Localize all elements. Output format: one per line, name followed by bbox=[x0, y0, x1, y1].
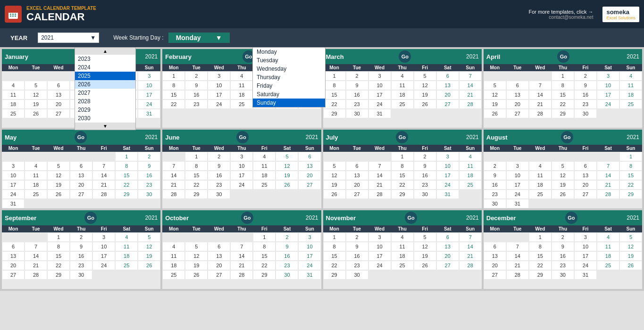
day-cell[interactable]: 13 bbox=[346, 171, 368, 180]
day-cell[interactable] bbox=[2, 232, 25, 242]
day-cell[interactable] bbox=[391, 270, 414, 280]
day-cell[interactable] bbox=[47, 152, 70, 161]
day-cell[interactable] bbox=[597, 280, 619, 289]
day-cell[interactable]: 28 bbox=[92, 190, 115, 199]
go-button-may[interactable]: Go bbox=[75, 131, 87, 143]
day-cell[interactable]: 10 bbox=[92, 242, 115, 251]
day-cell[interactable] bbox=[276, 118, 298, 128]
day-cell[interactable] bbox=[47, 118, 70, 128]
day-cell[interactable] bbox=[414, 270, 436, 280]
day-cell[interactable]: 14 bbox=[92, 171, 115, 180]
day-cell[interactable] bbox=[323, 280, 346, 289]
day-cell[interactable]: 29 bbox=[619, 190, 642, 199]
day-cell[interactable]: 26 bbox=[276, 180, 298, 190]
day-cell[interactable]: 12 bbox=[47, 171, 70, 180]
day-cell[interactable]: 7 bbox=[506, 242, 529, 251]
day-cell[interactable]: 30 bbox=[138, 190, 160, 199]
year-scroll-up[interactable]: ▲ bbox=[75, 48, 135, 55]
day-cell[interactable]: 2 bbox=[484, 161, 506, 171]
day-cell[interactable]: 21 bbox=[459, 251, 482, 261]
day-cell[interactable] bbox=[2, 118, 25, 128]
day-cell[interactable]: 9 bbox=[414, 161, 436, 171]
day-cell[interactable]: 8 bbox=[619, 161, 642, 171]
day-cell[interactable] bbox=[230, 118, 253, 128]
day-cell[interactable] bbox=[368, 280, 391, 289]
day-cell[interactable]: 29 bbox=[391, 190, 414, 199]
day-cell[interactable]: 29 bbox=[253, 270, 276, 280]
day-cell[interactable]: 13 bbox=[208, 251, 230, 261]
day-cell[interactable]: 27 bbox=[298, 180, 321, 190]
day-cell[interactable]: 25 bbox=[619, 99, 642, 109]
day-cell[interactable]: 23 bbox=[138, 180, 160, 190]
day-cell[interactable]: 20 bbox=[484, 261, 506, 270]
day-cell[interactable]: 21 bbox=[230, 261, 253, 270]
day-cell[interactable]: 15 bbox=[323, 251, 346, 261]
day-cell[interactable]: 10 bbox=[597, 81, 619, 90]
day-cell[interactable]: 14 bbox=[459, 81, 482, 90]
day-cell[interactable] bbox=[208, 199, 230, 208]
day-cell[interactable] bbox=[92, 270, 115, 280]
day-cell[interactable]: 29 bbox=[47, 270, 70, 280]
day-cell[interactable]: 8 bbox=[47, 242, 70, 251]
day-cell[interactable] bbox=[70, 199, 92, 208]
day-cell[interactable] bbox=[484, 232, 506, 242]
day-cell[interactable] bbox=[619, 109, 642, 118]
day-cell[interactable] bbox=[298, 190, 321, 199]
day-cell[interactable]: 31 bbox=[574, 270, 597, 280]
day-item-wednesday[interactable]: Wednesday bbox=[253, 65, 325, 73]
day-cell[interactable]: 6 bbox=[506, 81, 529, 90]
day-cell[interactable]: 15 bbox=[47, 251, 70, 261]
day-cell[interactable] bbox=[138, 270, 160, 280]
day-cell[interactable] bbox=[597, 118, 619, 128]
day-cell[interactable] bbox=[208, 109, 230, 118]
day-cell[interactable]: 12 bbox=[185, 251, 208, 261]
day-cell[interactable]: 24 bbox=[230, 180, 253, 190]
day-cell[interactable] bbox=[115, 270, 138, 280]
day-cell[interactable]: 3 bbox=[436, 152, 459, 161]
day-cell[interactable]: 25 bbox=[597, 261, 619, 270]
day-cell[interactable] bbox=[276, 280, 298, 289]
day-cell[interactable] bbox=[459, 190, 482, 199]
day-cell[interactable] bbox=[506, 152, 529, 161]
day-cell[interactable]: 25 bbox=[391, 261, 414, 270]
day-cell[interactable]: 4 bbox=[230, 71, 253, 81]
day-cell[interactable]: 2 bbox=[70, 232, 92, 242]
day-cell[interactable] bbox=[529, 280, 552, 289]
day-cell[interactable]: 23 bbox=[346, 99, 368, 109]
day-item-saturday[interactable]: Saturday bbox=[253, 90, 325, 99]
day-cell[interactable]: 4 bbox=[597, 232, 619, 242]
day-cell[interactable] bbox=[597, 270, 619, 280]
day-cell[interactable]: 16 bbox=[208, 171, 230, 180]
day-cell[interactable]: 12 bbox=[414, 242, 436, 251]
day-cell[interactable]: 2 bbox=[552, 232, 574, 242]
day-cell[interactable]: 18 bbox=[253, 171, 276, 180]
day-cell[interactable]: 24 bbox=[298, 261, 321, 270]
day-cell[interactable] bbox=[25, 71, 47, 81]
day-cell[interactable] bbox=[619, 118, 642, 128]
day-cell[interactable]: 12 bbox=[323, 171, 346, 180]
day-cell[interactable]: 2 bbox=[346, 232, 368, 242]
day-cell[interactable]: 4 bbox=[162, 242, 185, 251]
day-cell[interactable]: 1 bbox=[162, 71, 185, 81]
day-cell[interactable]: 24 bbox=[597, 99, 619, 109]
day-cell[interactable] bbox=[391, 109, 414, 118]
day-cell[interactable]: 12 bbox=[414, 81, 436, 90]
day-cell[interactable]: 22 bbox=[115, 180, 138, 190]
day-cell[interactable]: 18 bbox=[2, 99, 25, 109]
day-cell[interactable]: 9 bbox=[208, 161, 230, 171]
day-cell[interactable]: 13 bbox=[506, 90, 529, 99]
day-cell[interactable] bbox=[298, 109, 321, 118]
day-cell[interactable] bbox=[92, 280, 115, 289]
day-cell[interactable]: 8 bbox=[115, 161, 138, 171]
day-cell[interactable]: 7 bbox=[92, 161, 115, 171]
day-cell[interactable] bbox=[253, 190, 276, 199]
day-cell[interactable]: 6 bbox=[70, 161, 92, 171]
day-cell[interactable]: 11 bbox=[25, 171, 47, 180]
day-cell[interactable]: 9 bbox=[574, 81, 597, 90]
day-cell[interactable] bbox=[459, 270, 482, 280]
day-cell[interactable]: 9 bbox=[346, 242, 368, 251]
day-cell[interactable]: 20 bbox=[298, 171, 321, 180]
day-cell[interactable]: 20 bbox=[70, 180, 92, 190]
year-item-2023[interactable]: 2023 bbox=[75, 55, 135, 63]
day-cell[interactable]: 4 bbox=[25, 161, 47, 171]
